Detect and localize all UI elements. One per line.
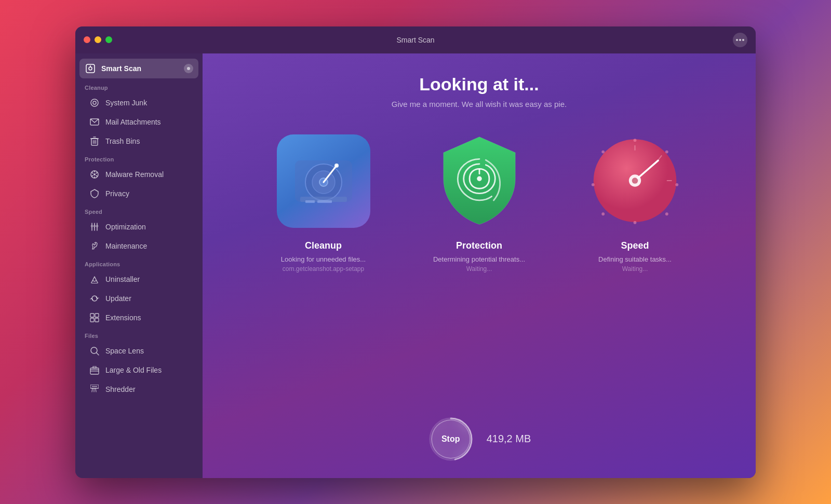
trash-bins-icon: [89, 135, 100, 147]
large-old-files-icon: [89, 364, 100, 376]
speed-status: Defining suitable tasks...: [598, 255, 672, 263]
svg-point-32: [97, 225, 98, 227]
svg-point-63: [591, 183, 594, 186]
sidebar-item-shredder[interactable]: Shredder: [79, 380, 198, 399]
svg-point-62: [601, 212, 605, 215]
stop-button[interactable]: Stop: [431, 419, 471, 459]
sidebar-item-maintenance[interactable]: Maintenance: [79, 237, 198, 255]
maximize-button[interactable]: [105, 36, 112, 43]
svg-line-23: [92, 172, 93, 173]
cleanup-file: com.getcleanshot.app-setapp: [283, 265, 364, 273]
sidebar-item-trash-bins[interactable]: Trash Bins: [79, 132, 198, 151]
protection-card-icon: [433, 134, 526, 228]
svg-point-61: [633, 221, 636, 224]
sidebar-item-privacy[interactable]: Privacy: [79, 184, 198, 203]
sidebar-item-optimization[interactable]: Optimization: [79, 217, 198, 236]
svg-point-17: [93, 173, 96, 175]
maintenance-label: Maintenance: [105, 242, 147, 250]
svg-point-50: [334, 164, 339, 168]
sidebar-item-extensions[interactable]: Extensions: [79, 308, 198, 327]
shredder-icon: [89, 384, 100, 395]
svg-point-59: [675, 183, 678, 186]
cleanup-title: Cleanup: [305, 240, 342, 251]
speed-card-icon: [588, 134, 682, 228]
malware-removal-label: Malware Removal: [105, 170, 164, 179]
svg-point-4: [89, 67, 92, 70]
scan-size: 419,2 MB: [487, 433, 531, 445]
system-junk-icon: [89, 97, 100, 108]
card-protection: Protection Determining potential threats…: [412, 134, 547, 273]
svg-rect-34: [95, 314, 99, 317]
svg-rect-35: [90, 318, 94, 322]
svg-point-70: [632, 178, 638, 184]
minimize-button[interactable]: [95, 36, 101, 43]
stop-button-wrapper: Stop: [427, 416, 474, 462]
optimization-icon: [89, 221, 100, 233]
card-speed: Speed Defining suitable tasks... Waiting…: [568, 134, 703, 273]
maintenance-icon: [89, 240, 100, 252]
svg-rect-33: [90, 314, 94, 317]
traffic-lights: [84, 36, 112, 43]
settings-button[interactable]: [733, 33, 747, 47]
svg-line-41: [92, 388, 92, 392]
section-applications: Applications: [75, 256, 203, 269]
svg-point-54: [477, 176, 481, 181]
shredder-label: Shredder: [105, 385, 136, 393]
sidebar-item-space-lens[interactable]: Space Lens: [79, 342, 198, 360]
sidebar-item-updater[interactable]: Updater: [79, 289, 198, 308]
svg-rect-36: [95, 318, 99, 322]
mail-attachments-icon: [89, 116, 100, 128]
section-cleanup: Cleanup: [75, 79, 203, 93]
sidebar-item-mail-attachments[interactable]: Mail Attachments: [79, 113, 198, 131]
section-protection: Protection: [75, 151, 203, 165]
uninstaller-label: Uninstaller: [105, 275, 140, 283]
svg-point-6: [187, 67, 190, 70]
svg-point-58: [665, 151, 668, 154]
mail-attachments-label: Mail Attachments: [105, 118, 161, 126]
main-content: Looking at it... Give me a moment. We al…: [203, 53, 756, 478]
svg-point-31: [94, 225, 96, 227]
sidebar-item-smart-scan[interactable]: Smart Scan: [79, 59, 198, 78]
optimization-label: Optimization: [105, 223, 146, 231]
uninstaller-icon: [89, 274, 100, 285]
section-speed: Speed: [75, 203, 203, 217]
space-lens-label: Space Lens: [105, 347, 144, 355]
stop-area: Stop 419,2 MB: [427, 416, 531, 462]
malware-removal-icon: [89, 169, 100, 180]
svg-point-1: [739, 39, 741, 41]
main-title: Looking at it...: [419, 74, 539, 94]
sidebar-item-system-junk[interactable]: System Junk: [79, 93, 198, 112]
cards-row: Cleanup Looking for unneeded files... co…: [256, 134, 703, 273]
svg-point-7: [91, 99, 98, 106]
svg-point-57: [633, 139, 636, 142]
svg-point-8: [93, 101, 96, 104]
speed-title: Speed: [621, 240, 649, 251]
app-window: Smart Scan Smart Scan: [75, 26, 756, 478]
system-junk-label: System Junk: [105, 99, 147, 107]
window-body: Smart Scan Cleanup System Junk: [75, 53, 756, 478]
svg-point-60: [665, 212, 668, 215]
trash-bins-label: Trash Bins: [105, 137, 140, 145]
close-button[interactable]: [84, 36, 90, 43]
privacy-icon: [89, 188, 100, 199]
title-bar: Smart Scan: [75, 26, 756, 53]
extensions-label: Extensions: [105, 314, 141, 322]
extensions-icon: [89, 312, 100, 323]
cleanup-status: Looking for unneeded files...: [281, 255, 366, 263]
speed-file: Waiting...: [622, 265, 648, 273]
svg-point-64: [601, 151, 605, 154]
svg-rect-52: [305, 200, 315, 203]
sidebar: Smart Scan Cleanup System Junk: [75, 53, 203, 478]
smart-scan-icon: [85, 63, 96, 74]
updater-label: Updater: [105, 294, 131, 303]
svg-point-2: [742, 39, 744, 41]
svg-line-43: [96, 388, 96, 392]
sidebar-item-malware-removal[interactable]: Malware Removal: [79, 165, 198, 184]
sidebar-item-uninstaller[interactable]: Uninstaller: [79, 270, 198, 289]
smart-scan-badge: [184, 64, 193, 73]
cleanup-card-icon: [277, 134, 370, 228]
sidebar-item-large-old-files[interactable]: Large & Old Files: [79, 361, 198, 379]
protection-status: Determining potential threats...: [433, 255, 525, 263]
space-lens-icon: [89, 345, 100, 357]
protection-file: Waiting...: [466, 265, 492, 273]
